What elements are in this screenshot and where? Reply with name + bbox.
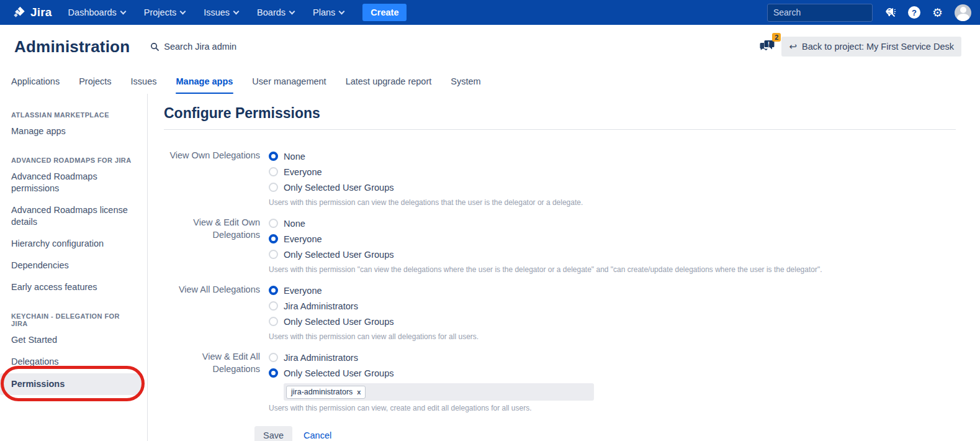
- permission-group-view-edit-all-delegations: View & Edit All DelegationsJira Administ…: [164, 350, 956, 412]
- radio-selected[interactable]: [269, 234, 278, 243]
- help-text: Users with this permission can view, cre…: [269, 404, 594, 412]
- radio-option-view-all-delegations-everyone[interactable]: Everyone: [269, 283, 479, 298]
- tab-issues[interactable]: Issues: [130, 72, 158, 94]
- sidebar-heading-keychain-delegation-for-jira: KEYCHAIN - DELEGATION FOR JIRA: [11, 312, 136, 327]
- radio-selected[interactable]: [269, 152, 278, 161]
- nav-item-boards[interactable]: Boards: [257, 7, 294, 17]
- group-options: EveryoneJira AdministratorsOnly Selected…: [269, 283, 479, 341]
- nav-item-projects[interactable]: Projects: [144, 7, 185, 17]
- radio-unselected[interactable]: [269, 317, 278, 326]
- radio-option-view-all-delegations-only-selected-user-groups[interactable]: Only Selected User Groups: [269, 314, 479, 329]
- user-groups-input[interactable]: jira-administratorsx: [284, 383, 594, 401]
- top-navbar: Jira DashboardsProjectsIssuesBoardsPlans…: [0, 0, 980, 25]
- navbar-right: ? ⚙: [767, 4, 971, 22]
- radio-option-view-edit-own-delegations-everyone[interactable]: Everyone: [269, 231, 822, 247]
- search-input[interactable]: [773, 7, 886, 17]
- notifications-icon[interactable]: ! 2: [759, 38, 775, 56]
- sidebar-item-hierarchy-configuration[interactable]: Hierarchy configuration: [0, 234, 147, 254]
- group-label: View Own Delegations: [164, 148, 260, 207]
- sidebar-heading-advanced-roadmaps-for-jira: ADVANCED ROADMAPS FOR JIRA: [11, 157, 136, 164]
- radio-option-view-own-delegations-everyone[interactable]: Everyone: [269, 164, 583, 180]
- sidebar-item-dependencies[interactable]: Dependencies: [0, 255, 147, 276]
- tab-system[interactable]: System: [450, 72, 481, 94]
- tab-user-management[interactable]: User management: [251, 72, 326, 94]
- configure-permissions-title: Configure Permissions: [164, 105, 956, 130]
- radio-option-view-all-delegations-jira-administrators[interactable]: Jira Administrators: [269, 298, 479, 314]
- nav-item-label: Plans: [313, 7, 335, 17]
- radio-selected[interactable]: [269, 368, 278, 378]
- nav-item-issues[interactable]: Issues: [204, 7, 238, 17]
- sidebar-item-early-access-features[interactable]: Early access features: [0, 277, 147, 298]
- group-options: NoneEveryoneOnly Selected User GroupsUse…: [269, 148, 583, 207]
- help-text: Users with this permission can view all …: [269, 332, 479, 341]
- admin-search[interactable]: Search Jira admin: [150, 42, 236, 52]
- notification-badge: 2: [772, 33, 781, 42]
- radio-unselected[interactable]: [269, 353, 278, 362]
- radio-unselected[interactable]: [269, 183, 278, 192]
- permission-group-view-own-delegations: View Own DelegationsNoneEveryoneOnly Sel…: [164, 148, 956, 207]
- chevron-down-icon: [120, 8, 126, 14]
- group-options: Jira AdministratorsOnly Selected User Gr…: [269, 350, 594, 412]
- sidebar-item-get-started[interactable]: Get Started: [0, 330, 147, 350]
- help-text: Users with this permission "can view the…: [269, 265, 822, 274]
- radio-option-view-edit-own-delegations-none[interactable]: None: [269, 216, 822, 231]
- radio-unselected[interactable]: [269, 167, 278, 176]
- radio-label: None: [284, 152, 305, 161]
- sidebar-item-delegations[interactable]: Delegations: [0, 352, 147, 372]
- radio-option-view-edit-all-delegations-only-selected-user-groups[interactable]: Only Selected User Groups: [269, 365, 594, 381]
- navbar-search[interactable]: [767, 4, 873, 22]
- radio-unselected[interactable]: [269, 219, 278, 228]
- sidebar: ATLASSIAN MARKETPLACEManage appsADVANCED…: [0, 94, 148, 441]
- admin-header: Administration Search Jira admin ! 2 ↩ B…: [0, 25, 980, 68]
- create-button[interactable]: Create: [362, 4, 407, 21]
- chevron-down-icon: [339, 8, 345, 14]
- permission-group-view-all-delegations: View All DelegationsEveryoneJira Adminis…: [164, 283, 956, 341]
- remove-tag-icon[interactable]: x: [357, 388, 361, 396]
- nav-item-plans[interactable]: Plans: [313, 7, 344, 17]
- sidebar-item-manage-apps[interactable]: Manage apps: [0, 121, 147, 142]
- group-tag-jira-administrators: jira-administratorsx: [286, 386, 366, 399]
- tab-manage-apps[interactable]: Manage apps: [176, 72, 234, 94]
- sidebar-item-advanced-roadmaps-license-details[interactable]: Advanced Roadmaps license details: [0, 200, 147, 232]
- admin-search-label: Search Jira admin: [164, 42, 236, 52]
- cancel-link[interactable]: Cancel: [303, 430, 331, 440]
- radio-unselected[interactable]: [269, 250, 278, 259]
- radio-option-view-own-delegations-only-selected-user-groups[interactable]: Only Selected User Groups: [269, 180, 583, 195]
- nav-menu: DashboardsProjectsIssuesBoardsPlans: [68, 7, 344, 17]
- group-label: View & Edit All Delegations: [164, 350, 260, 412]
- tab-applications[interactable]: Applications: [11, 72, 60, 94]
- sidebar-item-advanced-roadmaps-permissions[interactable]: Advanced Roadmaps permissions: [0, 166, 147, 199]
- radio-label: None: [284, 219, 305, 229]
- radio-label: Everyone: [284, 234, 322, 244]
- avatar[interactable]: [955, 4, 971, 21]
- admin-search-icon: [150, 42, 160, 52]
- group-tag-label: jira-administrators: [291, 388, 353, 396]
- save-button[interactable]: Save: [254, 426, 292, 441]
- radio-option-view-edit-all-delegations-jira-administrators[interactable]: Jira Administrators: [269, 350, 594, 365]
- permission-group-view-edit-own-delegations: View & Edit Own DelegationsNoneEveryoneO…: [164, 216, 956, 274]
- radio-label: Jira Administrators: [284, 301, 358, 311]
- tab-projects[interactable]: Projects: [78, 72, 112, 94]
- help-text: Users with this permission can view the …: [269, 198, 583, 207]
- radio-label: Only Selected User Groups: [284, 183, 394, 193]
- sidebar-item-permissions[interactable]: Permissions: [0, 373, 142, 395]
- radio-option-view-edit-own-delegations-only-selected-user-groups[interactable]: Only Selected User Groups: [269, 247, 822, 262]
- page-title-administration: Administration: [14, 37, 130, 57]
- radio-option-view-own-delegations-none[interactable]: None: [269, 148, 583, 164]
- sidebar-heading-atlassian-marketplace: ATLASSIAN MARKETPLACE: [11, 111, 136, 119]
- help-icon[interactable]: ?: [908, 6, 920, 19]
- nav-item-label: Projects: [144, 7, 176, 17]
- radio-unselected[interactable]: [269, 301, 278, 311]
- jira-logo[interactable]: Jira: [12, 6, 52, 19]
- radio-selected[interactable]: [269, 286, 278, 295]
- back-to-project-button[interactable]: ↩ Back to project: My First Service Desk: [781, 37, 961, 57]
- nav-item-dashboards[interactable]: Dashboards: [68, 7, 125, 17]
- nav-item-label: Issues: [204, 7, 230, 17]
- chevron-down-icon: [233, 8, 240, 14]
- group-options: NoneEveryoneOnly Selected User GroupsUse…: [269, 216, 822, 274]
- group-label: View All Delegations: [164, 283, 260, 341]
- tab-latest-upgrade-report[interactable]: Latest upgrade report: [345, 72, 433, 94]
- gear-icon[interactable]: ⚙: [932, 7, 943, 19]
- megaphone-icon[interactable]: [884, 7, 896, 18]
- permissions-form: View Own DelegationsNoneEveryoneOnly Sel…: [164, 148, 956, 412]
